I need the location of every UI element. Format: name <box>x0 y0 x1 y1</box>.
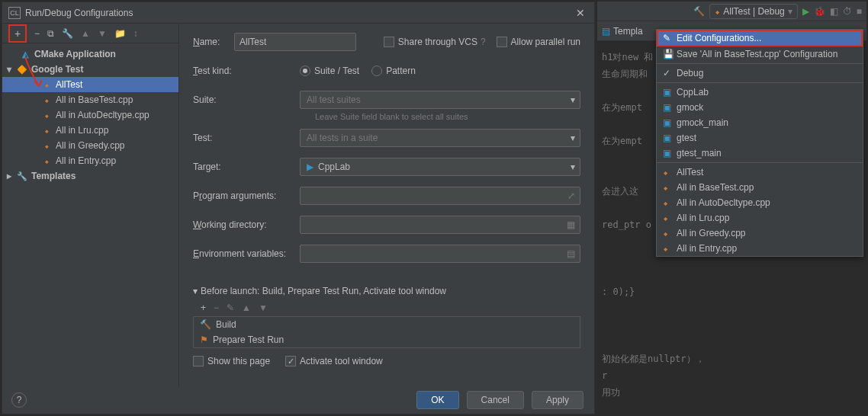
menu-opt[interactable]: ▣gtest_main <box>657 146 863 161</box>
test-icon: ⬥ <box>40 95 53 104</box>
target-dropdown[interactable]: ▶CppLab▾ <box>300 158 580 176</box>
tree-templates[interactable]: ▸ 🔧 Templates <box>2 168 178 184</box>
chevron-down-icon: ▾ <box>788 6 792 17</box>
before-launch-title[interactable]: ▾ Before launch: Build, Prepare Test Run… <box>193 286 580 296</box>
list-icon[interactable]: ▤ <box>567 248 575 259</box>
coverage-icon[interactable]: ◧ <box>830 6 838 17</box>
up-icon[interactable]: ▲ <box>242 302 251 313</box>
share-vcs-check[interactable]: Share through VCS ? <box>384 37 486 47</box>
show-page-check[interactable]: Show this page <box>193 356 270 366</box>
tree-item[interactable]: ⬥All in AutoDecltype.cpp <box>2 107 178 123</box>
target-icon: ▣ <box>663 148 672 158</box>
run-icon[interactable]: ▶ <box>802 6 809 17</box>
folder-icon[interactable]: 📁 <box>114 28 126 39</box>
test-icon: ⬥ <box>715 6 720 17</box>
apply-button[interactable]: Apply <box>532 391 583 409</box>
radio-suite[interactable]: Suite / Test <box>300 66 359 76</box>
target-icon: ▶ <box>307 162 313 172</box>
chevron-right-icon: ▸ <box>7 171 16 181</box>
expand-icon[interactable]: ↕ <box>133 28 138 39</box>
config-form: Name: Share through VCS ? Allow parallel… <box>179 24 594 388</box>
test-icon: ⬥ <box>40 110 53 120</box>
progargs-input[interactable]: ⤢ <box>300 187 580 205</box>
menu-debug[interactable]: ✓ Debug <box>657 66 863 81</box>
run-config-selector[interactable]: ⬥ AllTest | Debug ▾ <box>709 4 798 19</box>
debug-icon[interactable]: 🐞 <box>814 6 825 17</box>
help-button[interactable]: ? <box>11 392 27 408</box>
wrench-icon: 🔧 <box>16 171 28 181</box>
chevron-down-icon: ▾ <box>193 286 198 296</box>
cancel-button[interactable]: Cancel <box>467 391 524 409</box>
file-icon: ▤ <box>602 26 610 37</box>
test-icon: ⬥ <box>40 126 53 135</box>
edit-icon[interactable]: ✎ <box>227 302 234 313</box>
run-config-menu: ✎ Edit Configurations... 💾 Save 'All in … <box>656 29 863 257</box>
hammer-icon: 🔨 <box>200 319 211 330</box>
hammer-icon[interactable]: 🔨 <box>693 6 705 17</box>
clion-logo-icon: CL <box>8 7 21 19</box>
add-config-button[interactable]: + <box>8 24 27 43</box>
menu-opt[interactable]: ▣CppLab <box>657 85 863 100</box>
dialog-buttons: OK Cancel Apply <box>406 386 594 414</box>
test-icon: ⬥ <box>663 182 672 193</box>
tree-item[interactable]: ⬥All in BaseTest.cpp <box>2 92 178 107</box>
menu-test[interactable]: ⬥All in Lru.cpp <box>657 210 863 226</box>
menu-opt[interactable]: ▣gmock_main <box>657 115 863 130</box>
stop-icon[interactable]: ■ <box>857 6 862 17</box>
tree-item[interactable]: ⬥All in Lru.cpp <box>2 123 178 138</box>
gtest-icon: 🔶 <box>16 65 28 75</box>
menu-test[interactable]: ⬥All in AutoDecltype.cpp <box>657 195 863 210</box>
test-icon: ⬥ <box>663 167 672 178</box>
profile-icon[interactable]: ⏱ <box>843 6 852 17</box>
menu-test[interactable]: ⬥All in Entry.cpp <box>657 241 863 256</box>
activate-tool-check[interactable]: Activate tool window <box>285 356 383 366</box>
testkind-label: Test kind: <box>193 66 300 76</box>
workdir-label: Working directory: <box>193 219 300 230</box>
expand-icon[interactable]: ⤢ <box>567 190 575 201</box>
radio-pattern[interactable]: Pattern <box>371 66 416 76</box>
menu-edit-configs[interactable]: ✎ Edit Configurations... <box>657 30 863 46</box>
up-icon[interactable]: ▲ <box>81 28 90 39</box>
test-icon: ⬥ <box>663 197 672 208</box>
envvars-input[interactable]: ▤ <box>300 245 580 263</box>
run-debug-dialog: CL Run/Debug Configurations ✕ + − ⧉ 🔧 ▲ … <box>2 2 595 414</box>
workdir-input[interactable]: ▦ <box>300 216 580 234</box>
add-icon[interactable]: + <box>201 302 206 313</box>
test-icon: ⬥ <box>40 156 53 165</box>
remove-icon[interactable]: − <box>214 302 219 313</box>
close-icon[interactable]: ✕ <box>573 7 588 19</box>
flag-icon: ⚑ <box>200 334 208 345</box>
menu-separator <box>657 162 863 163</box>
tree-item-alltest[interactable]: ⬥ AllTest <box>2 77 178 92</box>
parallel-check[interactable]: Allow parallel run <box>497 37 580 47</box>
test-dropdown[interactable]: All tests in a suite▾ <box>300 129 580 147</box>
suite-hint: Leave Suite field blank to select all su… <box>315 112 580 121</box>
before-item-build[interactable]: 🔨Build <box>194 317 580 332</box>
remove-icon[interactable]: − <box>34 28 40 39</box>
menu-opt[interactable]: ▣gtest <box>657 130 863 146</box>
menu-test[interactable]: ⬥AllTest <box>657 165 863 180</box>
target-icon: ▣ <box>663 133 672 143</box>
down-icon[interactable]: ▼ <box>98 28 107 39</box>
tab-templa[interactable]: Templa <box>613 26 643 37</box>
ok-button[interactable]: OK <box>416 391 458 409</box>
help-icon[interactable]: ? <box>481 37 486 47</box>
copy-icon[interactable]: ⧉ <box>47 28 54 39</box>
name-input[interactable] <box>234 33 356 51</box>
suite-dropdown[interactable]: All test suites▾ <box>300 91 580 109</box>
tree-cmake[interactable]: ◭ CMake Application <box>2 46 178 62</box>
wrench-icon[interactable]: 🔧 <box>62 28 73 39</box>
menu-save-config[interactable]: 💾 Save 'All in BaseTest.cpp' Configurati… <box>657 46 863 62</box>
folder-icon[interactable]: ▦ <box>567 219 575 230</box>
tree-gtest[interactable]: ▾ 🔶 Google Test <box>2 62 178 77</box>
before-item-prepare[interactable]: ⚑Prepare Test Run <box>194 332 580 347</box>
tree-item[interactable]: ⬥All in Greedy.cpp <box>2 138 178 153</box>
check-icon: ✓ <box>663 68 672 78</box>
tree-item[interactable]: ⬥All in Entry.cpp <box>2 153 178 168</box>
menu-opt[interactable]: ▣gmock <box>657 100 863 115</box>
chevron-down-icon: ▾ <box>571 94 575 105</box>
down-icon[interactable]: ▼ <box>259 302 268 313</box>
menu-test[interactable]: ⬥All in Greedy.cpp <box>657 226 863 241</box>
menu-test[interactable]: ⬥All in BaseTest.cpp <box>657 180 863 195</box>
chevron-down-icon: ▾ <box>571 162 575 172</box>
